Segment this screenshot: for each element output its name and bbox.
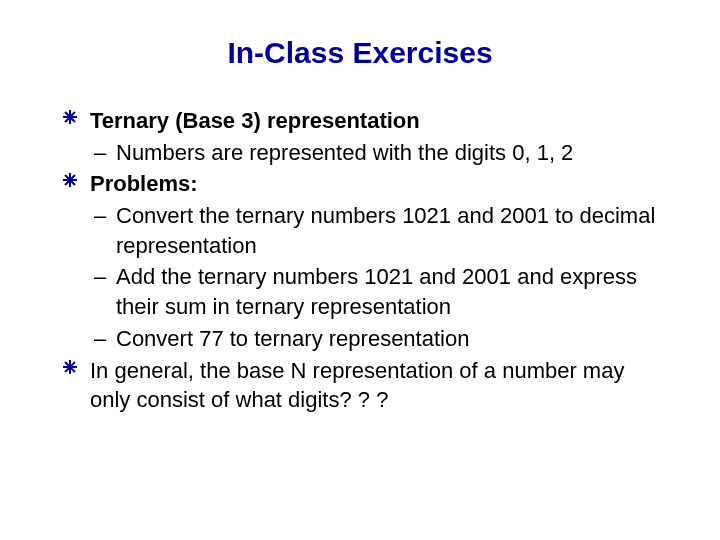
- bullet-item: Ternary (Base 3) representation: [60, 106, 660, 136]
- sub-bullet-item: Convert the ternary numbers 1021 and 200…: [60, 201, 660, 260]
- bullet-text: Problems:: [90, 171, 198, 196]
- slide-title: In-Class Exercises: [40, 36, 680, 70]
- sub-bullet-text: Numbers are represented with the digits …: [116, 140, 573, 165]
- bullet-item: In general, the base N representation of…: [60, 356, 660, 415]
- slide-body: Ternary (Base 3) representation Numbers …: [60, 106, 660, 415]
- bullet-text: Ternary (Base 3) representation: [90, 108, 420, 133]
- sub-bullet-item: Numbers are represented with the digits …: [60, 138, 660, 168]
- bullet-item: Problems:: [60, 169, 660, 199]
- bullet-text: In general, the base N representation of…: [90, 358, 624, 413]
- sub-bullet-text: Convert 77 to ternary representation: [116, 326, 469, 351]
- asterisk-icon: [62, 109, 78, 125]
- slide: In-Class Exercises Ternary (Base 3) repr…: [0, 0, 720, 540]
- sub-bullet-text: Convert the ternary numbers 1021 and 200…: [116, 203, 655, 258]
- sub-bullet-item: Convert 77 to ternary representation: [60, 324, 660, 354]
- sub-bullet-text: Add the ternary numbers 1021 and 2001 an…: [116, 264, 637, 319]
- asterisk-icon: [62, 172, 78, 188]
- asterisk-icon: [62, 359, 78, 375]
- sub-bullet-item: Add the ternary numbers 1021 and 2001 an…: [60, 262, 660, 321]
